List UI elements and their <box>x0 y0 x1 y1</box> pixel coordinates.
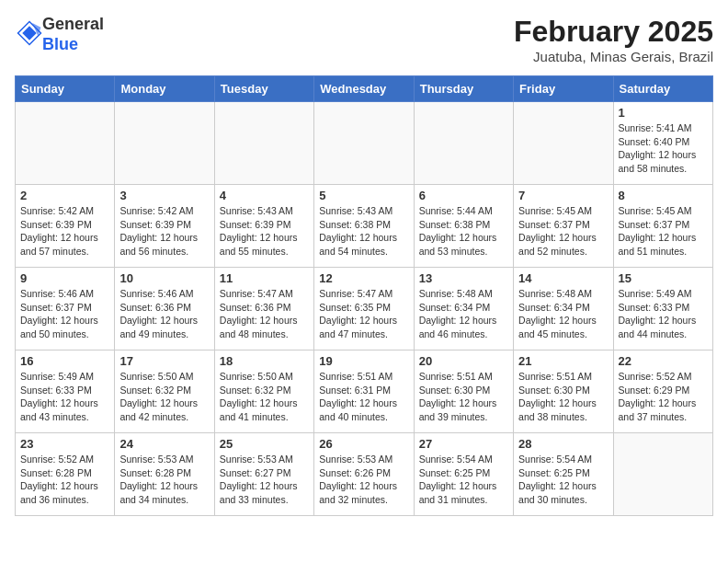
calendar-cell: 8Sunrise: 5:45 AM Sunset: 6:37 PM Daylig… <box>613 185 712 268</box>
day-number: 1 <box>619 106 708 120</box>
day-info: Sunrise: 5:41 AM Sunset: 6:40 PM Dayligh… <box>619 121 708 176</box>
calendar-cell <box>314 102 414 185</box>
calendar-cell: 3Sunrise: 5:42 AM Sunset: 6:39 PM Daylig… <box>115 185 214 268</box>
calendar-header-saturday: Saturday <box>613 76 712 102</box>
calendar-header-thursday: Thursday <box>414 76 513 102</box>
day-number: 14 <box>518 271 608 285</box>
day-number: 3 <box>119 189 209 202</box>
calendar-cell: 18Sunrise: 5:50 AM Sunset: 6:32 PM Dayli… <box>214 350 313 433</box>
calendar-header-sunday: Sunday <box>16 76 115 102</box>
calendar-cell: 1Sunrise: 5:41 AM Sunset: 6:40 PM Daylig… <box>613 102 712 185</box>
page-header: General Blue February 2025 Juatuba, Mina… <box>15 15 713 64</box>
location-title: Juatuba, Minas Gerais, Brazil <box>514 49 713 64</box>
day-number: 25 <box>220 437 309 451</box>
day-info: Sunrise: 5:54 AM Sunset: 6:25 PM Dayligh… <box>518 453 608 507</box>
day-number: 5 <box>319 189 408 202</box>
day-info: Sunrise: 5:49 AM Sunset: 6:33 PM Dayligh… <box>619 287 708 341</box>
day-number: 15 <box>619 271 708 285</box>
calendar-cell <box>16 102 115 185</box>
day-info: Sunrise: 5:46 AM Sunset: 6:37 PM Dayligh… <box>20 287 109 341</box>
day-number: 8 <box>619 189 708 202</box>
calendar-cell <box>613 433 712 516</box>
calendar-cell: 20Sunrise: 5:51 AM Sunset: 6:30 PM Dayli… <box>414 350 513 433</box>
calendar-cell: 24Sunrise: 5:53 AM Sunset: 6:28 PM Dayli… <box>115 433 214 516</box>
month-title: February 2025 <box>514 15 713 49</box>
day-info: Sunrise: 5:45 AM Sunset: 6:37 PM Dayligh… <box>518 204 608 259</box>
day-info: Sunrise: 5:44 AM Sunset: 6:38 PM Dayligh… <box>419 204 508 259</box>
logo-blue-text: Blue <box>42 35 78 53</box>
logo: General Blue <box>15 15 104 54</box>
calendar-header-friday: Friday <box>514 76 613 102</box>
calendar-header-monday: Monday <box>115 76 214 102</box>
day-info: Sunrise: 5:53 AM Sunset: 6:27 PM Dayligh… <box>220 453 309 507</box>
day-info: Sunrise: 5:46 AM Sunset: 6:36 PM Dayligh… <box>119 287 209 341</box>
calendar-cell: 2Sunrise: 5:42 AM Sunset: 6:39 PM Daylig… <box>16 185 115 268</box>
calendar-cell: 21Sunrise: 5:51 AM Sunset: 6:30 PM Dayli… <box>514 350 613 433</box>
day-number: 13 <box>419 271 508 285</box>
day-number: 10 <box>119 271 209 285</box>
day-number: 26 <box>319 437 408 451</box>
day-number: 23 <box>20 437 109 451</box>
day-info: Sunrise: 5:50 AM Sunset: 6:32 PM Dayligh… <box>119 370 209 424</box>
calendar-cell: 11Sunrise: 5:47 AM Sunset: 6:36 PM Dayli… <box>214 268 313 350</box>
calendar-header-tuesday: Tuesday <box>214 76 313 102</box>
day-info: Sunrise: 5:48 AM Sunset: 6:34 PM Dayligh… <box>518 287 608 341</box>
week-row-2: 2Sunrise: 5:42 AM Sunset: 6:39 PM Daylig… <box>16 185 713 268</box>
day-number: 9 <box>20 271 109 285</box>
calendar-cell: 28Sunrise: 5:54 AM Sunset: 6:25 PM Dayli… <box>514 433 613 516</box>
calendar-cell: 25Sunrise: 5:53 AM Sunset: 6:27 PM Dayli… <box>214 433 313 516</box>
day-number: 16 <box>20 354 109 368</box>
day-number: 12 <box>319 271 408 285</box>
day-info: Sunrise: 5:52 AM Sunset: 6:29 PM Dayligh… <box>619 370 708 424</box>
calendar-cell: 19Sunrise: 5:51 AM Sunset: 6:31 PM Dayli… <box>314 350 414 433</box>
logo-icon <box>17 20 42 46</box>
day-info: Sunrise: 5:49 AM Sunset: 6:33 PM Dayligh… <box>20 370 109 424</box>
day-number: 4 <box>220 189 309 202</box>
day-info: Sunrise: 5:47 AM Sunset: 6:36 PM Dayligh… <box>220 287 309 341</box>
calendar-table: SundayMondayTuesdayWednesdayThursdayFrid… <box>15 75 713 516</box>
day-info: Sunrise: 5:53 AM Sunset: 6:28 PM Dayligh… <box>119 453 209 507</box>
svg-marker-1 <box>22 26 37 40</box>
day-info: Sunrise: 5:43 AM Sunset: 6:38 PM Dayligh… <box>319 204 408 259</box>
day-number: 21 <box>518 354 608 368</box>
calendar-cell <box>514 102 613 185</box>
day-number: 6 <box>419 189 508 202</box>
calendar-cell: 16Sunrise: 5:49 AM Sunset: 6:33 PM Dayli… <box>16 350 115 433</box>
day-number: 24 <box>119 437 209 451</box>
day-info: Sunrise: 5:51 AM Sunset: 6:30 PM Dayligh… <box>518 370 608 424</box>
calendar-cell: 15Sunrise: 5:49 AM Sunset: 6:33 PM Dayli… <box>613 268 712 350</box>
calendar-cell: 9Sunrise: 5:46 AM Sunset: 6:37 PM Daylig… <box>16 268 115 350</box>
day-number: 20 <box>419 354 508 368</box>
calendar-cell: 14Sunrise: 5:48 AM Sunset: 6:34 PM Dayli… <box>514 268 613 350</box>
day-info: Sunrise: 5:43 AM Sunset: 6:39 PM Dayligh… <box>220 204 309 259</box>
calendar-header-wednesday: Wednesday <box>314 76 414 102</box>
day-info: Sunrise: 5:42 AM Sunset: 6:39 PM Dayligh… <box>20 204 109 259</box>
day-info: Sunrise: 5:51 AM Sunset: 6:31 PM Dayligh… <box>319 370 408 424</box>
calendar-cell: 22Sunrise: 5:52 AM Sunset: 6:29 PM Dayli… <box>613 350 712 433</box>
day-number: 2 <box>20 189 109 202</box>
day-info: Sunrise: 5:54 AM Sunset: 6:25 PM Dayligh… <box>419 453 508 507</box>
calendar-cell: 7Sunrise: 5:45 AM Sunset: 6:37 PM Daylig… <box>514 185 613 268</box>
day-number: 19 <box>319 354 408 368</box>
calendar-cell: 27Sunrise: 5:54 AM Sunset: 6:25 PM Dayli… <box>414 433 513 516</box>
day-info: Sunrise: 5:50 AM Sunset: 6:32 PM Dayligh… <box>220 370 309 424</box>
day-number: 11 <box>220 271 309 285</box>
day-info: Sunrise: 5:51 AM Sunset: 6:30 PM Dayligh… <box>419 370 508 424</box>
day-number: 17 <box>119 354 209 368</box>
calendar-cell: 26Sunrise: 5:53 AM Sunset: 6:26 PM Dayli… <box>314 433 414 516</box>
logo-general-text: General <box>42 15 104 33</box>
day-info: Sunrise: 5:45 AM Sunset: 6:37 PM Dayligh… <box>619 204 708 259</box>
day-number: 28 <box>518 437 608 451</box>
calendar-cell: 17Sunrise: 5:50 AM Sunset: 6:32 PM Dayli… <box>115 350 214 433</box>
week-row-5: 23Sunrise: 5:52 AM Sunset: 6:28 PM Dayli… <box>16 433 713 516</box>
calendar-cell: 4Sunrise: 5:43 AM Sunset: 6:39 PM Daylig… <box>214 185 313 268</box>
day-info: Sunrise: 5:48 AM Sunset: 6:34 PM Dayligh… <box>419 287 508 341</box>
week-row-1: 1Sunrise: 5:41 AM Sunset: 6:40 PM Daylig… <box>16 102 713 185</box>
calendar-cell: 13Sunrise: 5:48 AM Sunset: 6:34 PM Dayli… <box>414 268 513 350</box>
calendar-cell: 12Sunrise: 5:47 AM Sunset: 6:35 PM Dayli… <box>314 268 414 350</box>
week-row-4: 16Sunrise: 5:49 AM Sunset: 6:33 PM Dayli… <box>16 350 713 433</box>
calendar-cell <box>115 102 214 185</box>
calendar-cell <box>414 102 513 185</box>
day-number: 18 <box>220 354 309 368</box>
day-number: 27 <box>419 437 508 451</box>
